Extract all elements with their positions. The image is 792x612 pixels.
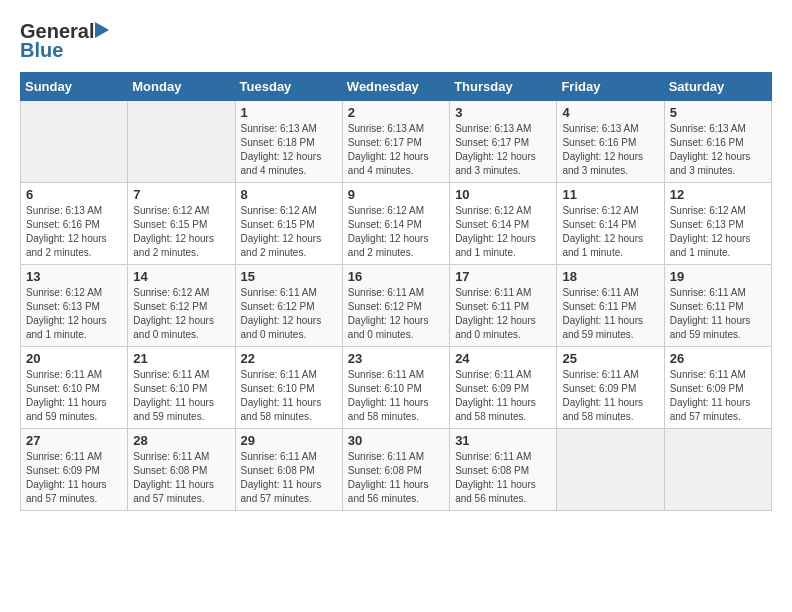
day-number: 9: [348, 187, 444, 202]
weekday-header-sunday: Sunday: [21, 73, 128, 101]
day-cell: [557, 429, 664, 511]
day-cell: 10Sunrise: 6:12 AMSunset: 6:14 PMDayligh…: [450, 183, 557, 265]
day-number: 16: [348, 269, 444, 284]
day-cell: 18Sunrise: 6:11 AMSunset: 6:11 PMDayligh…: [557, 265, 664, 347]
day-number: 19: [670, 269, 766, 284]
day-number: 4: [562, 105, 658, 120]
day-cell: 15Sunrise: 6:11 AMSunset: 6:12 PMDayligh…: [235, 265, 342, 347]
day-number: 13: [26, 269, 122, 284]
day-info: Sunrise: 6:12 AMSunset: 6:14 PMDaylight:…: [348, 204, 444, 260]
day-info: Sunrise: 6:11 AMSunset: 6:09 PMDaylight:…: [455, 368, 551, 424]
day-cell: 24Sunrise: 6:11 AMSunset: 6:09 PMDayligh…: [450, 347, 557, 429]
day-info: Sunrise: 6:13 AMSunset: 6:17 PMDaylight:…: [348, 122, 444, 178]
week-row-2: 6Sunrise: 6:13 AMSunset: 6:16 PMDaylight…: [21, 183, 772, 265]
day-info: Sunrise: 6:11 AMSunset: 6:09 PMDaylight:…: [670, 368, 766, 424]
day-number: 10: [455, 187, 551, 202]
day-cell: 20Sunrise: 6:11 AMSunset: 6:10 PMDayligh…: [21, 347, 128, 429]
day-number: 17: [455, 269, 551, 284]
weekday-header-thursday: Thursday: [450, 73, 557, 101]
day-cell: 2Sunrise: 6:13 AMSunset: 6:17 PMDaylight…: [342, 101, 449, 183]
day-cell: 7Sunrise: 6:12 AMSunset: 6:15 PMDaylight…: [128, 183, 235, 265]
weekday-header-wednesday: Wednesday: [342, 73, 449, 101]
day-number: 21: [133, 351, 229, 366]
day-cell: 8Sunrise: 6:12 AMSunset: 6:15 PMDaylight…: [235, 183, 342, 265]
day-cell: 21Sunrise: 6:11 AMSunset: 6:10 PMDayligh…: [128, 347, 235, 429]
day-number: 30: [348, 433, 444, 448]
day-number: 2: [348, 105, 444, 120]
day-number: 22: [241, 351, 337, 366]
day-cell: 9Sunrise: 6:12 AMSunset: 6:14 PMDaylight…: [342, 183, 449, 265]
weekday-header-saturday: Saturday: [664, 73, 771, 101]
day-cell: 16Sunrise: 6:11 AMSunset: 6:12 PMDayligh…: [342, 265, 449, 347]
day-number: 5: [670, 105, 766, 120]
day-cell: 11Sunrise: 6:12 AMSunset: 6:14 PMDayligh…: [557, 183, 664, 265]
day-info: Sunrise: 6:11 AMSunset: 6:11 PMDaylight:…: [562, 286, 658, 342]
day-number: 25: [562, 351, 658, 366]
day-cell: [664, 429, 771, 511]
weekday-header-row: SundayMondayTuesdayWednesdayThursdayFrid…: [21, 73, 772, 101]
day-cell: 3Sunrise: 6:13 AMSunset: 6:17 PMDaylight…: [450, 101, 557, 183]
day-number: 20: [26, 351, 122, 366]
weekday-header-monday: Monday: [128, 73, 235, 101]
weekday-header-tuesday: Tuesday: [235, 73, 342, 101]
day-cell: 22Sunrise: 6:11 AMSunset: 6:10 PMDayligh…: [235, 347, 342, 429]
day-number: 24: [455, 351, 551, 366]
day-info: Sunrise: 6:11 AMSunset: 6:10 PMDaylight:…: [133, 368, 229, 424]
day-cell: 23Sunrise: 6:11 AMSunset: 6:10 PMDayligh…: [342, 347, 449, 429]
day-info: Sunrise: 6:13 AMSunset: 6:16 PMDaylight:…: [26, 204, 122, 260]
day-cell: 4Sunrise: 6:13 AMSunset: 6:16 PMDaylight…: [557, 101, 664, 183]
logo-arrow-icon: [95, 20, 115, 40]
day-info: Sunrise: 6:13 AMSunset: 6:17 PMDaylight:…: [455, 122, 551, 178]
day-number: 28: [133, 433, 229, 448]
day-info: Sunrise: 6:11 AMSunset: 6:08 PMDaylight:…: [241, 450, 337, 506]
day-info: Sunrise: 6:11 AMSunset: 6:10 PMDaylight:…: [348, 368, 444, 424]
day-info: Sunrise: 6:12 AMSunset: 6:15 PMDaylight:…: [241, 204, 337, 260]
day-cell: [128, 101, 235, 183]
day-cell: 29Sunrise: 6:11 AMSunset: 6:08 PMDayligh…: [235, 429, 342, 511]
day-number: 12: [670, 187, 766, 202]
day-cell: 13Sunrise: 6:12 AMSunset: 6:13 PMDayligh…: [21, 265, 128, 347]
day-info: Sunrise: 6:11 AMSunset: 6:08 PMDaylight:…: [133, 450, 229, 506]
calendar-table: SundayMondayTuesdayWednesdayThursdayFrid…: [20, 72, 772, 511]
day-cell: 17Sunrise: 6:11 AMSunset: 6:11 PMDayligh…: [450, 265, 557, 347]
day-number: 1: [241, 105, 337, 120]
logo-blue: Blue: [20, 39, 63, 62]
day-info: Sunrise: 6:12 AMSunset: 6:12 PMDaylight:…: [133, 286, 229, 342]
day-cell: 12Sunrise: 6:12 AMSunset: 6:13 PMDayligh…: [664, 183, 771, 265]
day-info: Sunrise: 6:13 AMSunset: 6:16 PMDaylight:…: [670, 122, 766, 178]
day-cell: 27Sunrise: 6:11 AMSunset: 6:09 PMDayligh…: [21, 429, 128, 511]
day-info: Sunrise: 6:11 AMSunset: 6:11 PMDaylight:…: [670, 286, 766, 342]
day-cell: 1Sunrise: 6:13 AMSunset: 6:18 PMDaylight…: [235, 101, 342, 183]
day-number: 27: [26, 433, 122, 448]
day-number: 14: [133, 269, 229, 284]
day-info: Sunrise: 6:12 AMSunset: 6:14 PMDaylight:…: [455, 204, 551, 260]
day-info: Sunrise: 6:11 AMSunset: 6:09 PMDaylight:…: [26, 450, 122, 506]
day-cell: 25Sunrise: 6:11 AMSunset: 6:09 PMDayligh…: [557, 347, 664, 429]
day-cell: 26Sunrise: 6:11 AMSunset: 6:09 PMDayligh…: [664, 347, 771, 429]
weekday-header-friday: Friday: [557, 73, 664, 101]
day-info: Sunrise: 6:12 AMSunset: 6:13 PMDaylight:…: [26, 286, 122, 342]
header: General Blue: [20, 20, 772, 62]
day-number: 6: [26, 187, 122, 202]
day-cell: 14Sunrise: 6:12 AMSunset: 6:12 PMDayligh…: [128, 265, 235, 347]
day-info: Sunrise: 6:11 AMSunset: 6:12 PMDaylight:…: [241, 286, 337, 342]
week-row-1: 1Sunrise: 6:13 AMSunset: 6:18 PMDaylight…: [21, 101, 772, 183]
day-cell: 28Sunrise: 6:11 AMSunset: 6:08 PMDayligh…: [128, 429, 235, 511]
svg-marker-0: [95, 22, 109, 38]
day-cell: 30Sunrise: 6:11 AMSunset: 6:08 PMDayligh…: [342, 429, 449, 511]
week-row-3: 13Sunrise: 6:12 AMSunset: 6:13 PMDayligh…: [21, 265, 772, 347]
day-info: Sunrise: 6:11 AMSunset: 6:08 PMDaylight:…: [348, 450, 444, 506]
week-row-4: 20Sunrise: 6:11 AMSunset: 6:10 PMDayligh…: [21, 347, 772, 429]
day-cell: 5Sunrise: 6:13 AMSunset: 6:16 PMDaylight…: [664, 101, 771, 183]
day-cell: 6Sunrise: 6:13 AMSunset: 6:16 PMDaylight…: [21, 183, 128, 265]
day-info: Sunrise: 6:12 AMSunset: 6:15 PMDaylight:…: [133, 204, 229, 260]
logo: General Blue: [20, 20, 115, 62]
day-number: 11: [562, 187, 658, 202]
day-info: Sunrise: 6:13 AMSunset: 6:16 PMDaylight:…: [562, 122, 658, 178]
day-number: 29: [241, 433, 337, 448]
day-info: Sunrise: 6:11 AMSunset: 6:10 PMDaylight:…: [241, 368, 337, 424]
day-number: 31: [455, 433, 551, 448]
day-number: 8: [241, 187, 337, 202]
day-cell: [21, 101, 128, 183]
day-info: Sunrise: 6:12 AMSunset: 6:14 PMDaylight:…: [562, 204, 658, 260]
